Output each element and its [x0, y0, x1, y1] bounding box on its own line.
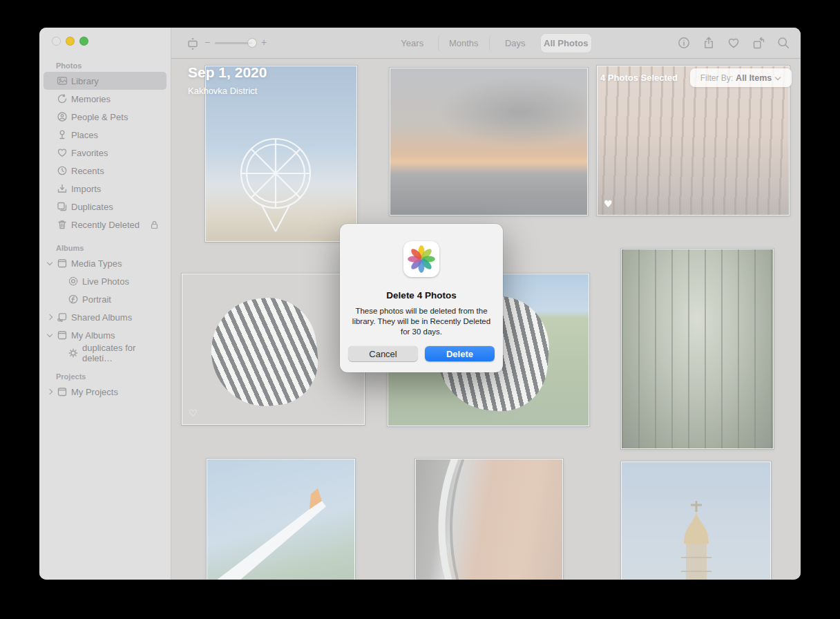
photos-app-icon: [403, 241, 439, 277]
delete-button[interactable]: Delete: [425, 346, 495, 361]
close-button[interactable]: [52, 37, 61, 46]
cancel-button[interactable]: Cancel: [348, 346, 418, 361]
zoom-button[interactable]: [79, 37, 88, 46]
dialog-title: Delete 4 Photos: [340, 290, 503, 301]
dialog-body-text: These photos will be deleted from the li…: [340, 306, 503, 337]
traffic-lights: [52, 37, 88, 46]
minimize-button[interactable]: [66, 37, 75, 46]
delete-confirmation-dialog: Delete 4 Photos These photos will be del…: [340, 224, 503, 372]
dialog-buttons: Cancel Delete: [340, 346, 503, 361]
